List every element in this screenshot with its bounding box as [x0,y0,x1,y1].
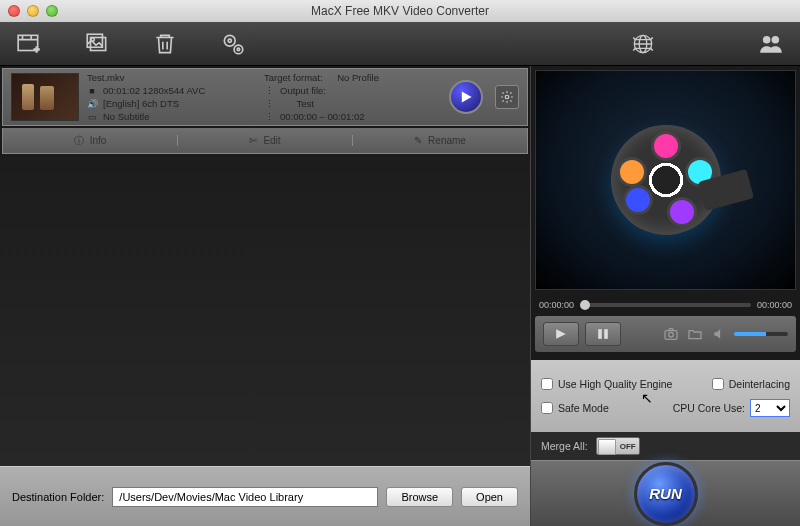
file-list-area [0,156,530,466]
svg-point-16 [669,332,674,337]
playback-controls [535,316,796,352]
svg-point-10 [763,35,771,43]
deinterlacing-checkbox[interactable]: Deinterlacing [712,378,790,390]
rename-icon: ✎ [414,135,422,146]
open-button[interactable]: Open [461,487,518,507]
svg-point-11 [772,35,780,43]
pause-button[interactable] [585,322,621,346]
browse-button[interactable]: Browse [386,487,453,507]
globe-icon[interactable] [629,30,657,58]
film-reel-icon [611,125,721,235]
subtitle-info: No Subtitle [103,111,149,122]
window-title: MacX Free MKV Video Converter [311,4,489,18]
destination-input[interactable] [112,487,378,507]
play-button[interactable] [543,322,579,346]
merge-label: Merge All: [541,440,588,452]
file-actions: ⓘInfo ✄Edit ✎Rename [2,128,528,154]
audio-info: [English] 6ch DTS [103,98,179,109]
file-name: Test.mkv [87,71,264,84]
minimize-window[interactable] [27,5,39,17]
info-icon: ⓘ [74,134,84,148]
svg-rect-13 [598,329,602,339]
time-end: 00:00:00 [757,300,792,310]
volume-icon[interactable] [710,325,728,343]
options-panel: Use High Quality Engine Deinterlacing Sa… [531,360,800,432]
run-area: RUN [531,460,800,526]
destination-bar: Destination Folder: Browse Open [0,466,530,526]
rename-action[interactable]: ✎Rename [352,135,527,146]
edit-action[interactable]: ✄Edit [177,135,352,146]
timeline-track[interactable] [580,303,751,307]
info-action[interactable]: ⓘInfo [3,134,177,148]
time-range: 00:00:00 – 00:01:02 [280,111,365,122]
svg-point-5 [228,39,231,42]
settings-icon[interactable] [219,30,247,58]
audio-icon: 🔊 [87,99,97,109]
duration-resolution: 00:01:02 1280x544 AVC [103,85,205,96]
time-start: 00:00:00 [539,300,574,310]
destination-label: Destination Folder: [12,491,104,503]
toolbar [0,22,800,66]
target-format-value: No Profile [337,72,379,83]
merge-toggle[interactable]: OFF [596,437,640,455]
svg-rect-0 [18,35,37,50]
svg-rect-14 [604,329,608,339]
svg-point-4 [224,35,235,46]
snapshot-icon[interactable] [662,325,680,343]
people-icon[interactable] [757,30,785,58]
trash-icon[interactable] [151,30,179,58]
subtitle-icon: ▭ [87,112,97,122]
output-file-label: Output file: [280,85,326,96]
volume-slider[interactable] [734,332,788,336]
safe-mode-checkbox[interactable]: Safe Mode [541,402,609,414]
file-settings-button[interactable] [495,85,519,109]
video-icon: ■ [87,86,97,96]
add-video-icon[interactable] [15,30,43,58]
output-file-value: Test [297,98,314,109]
target-format-label: Target format: [264,72,323,83]
close-window[interactable] [8,5,20,17]
image-stack-icon[interactable] [83,30,111,58]
titlebar: MacX Free MKV Video Converter [0,0,800,22]
merge-row: Merge All: OFF [531,432,800,460]
svg-point-6 [234,45,243,54]
file-row[interactable]: Test.mkv ■00:01:02 1280x544 AVC 🔊[Englis… [2,68,528,126]
svg-point-7 [237,48,240,51]
timeline[interactable]: 00:00:00 00:00:00 [531,294,800,316]
svg-point-12 [505,95,509,99]
cpu-core-select[interactable]: 2 [750,399,790,417]
preview-pane [535,70,796,290]
cpu-core-label: CPU Core Use: [673,402,745,414]
cursor-icon: ↖ [641,390,653,406]
folder-icon[interactable] [686,325,704,343]
run-button[interactable]: RUN [634,462,698,526]
preview-play-button[interactable] [449,80,483,114]
zoom-window[interactable] [46,5,58,17]
scissors-icon: ✄ [249,135,257,146]
hq-engine-checkbox[interactable]: Use High Quality Engine [541,378,672,390]
video-thumbnail [11,73,79,121]
